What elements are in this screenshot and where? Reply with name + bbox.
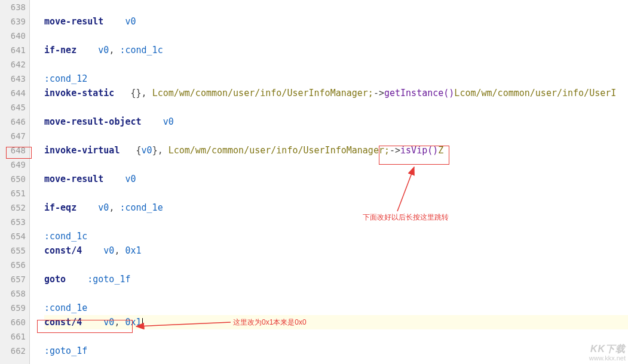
opcode: invoke-static [44, 88, 114, 98]
code-line [44, 0, 628, 14]
code-line: :cond_1e [44, 301, 628, 315]
label-def: :cond_12 [44, 73, 87, 84]
line-number: 639 [0, 14, 26, 29]
label-ref: :cond_1e [120, 202, 163, 213]
code-line: :cond_12 [44, 72, 628, 86]
return-type: Z [438, 145, 443, 156]
line-number: 643 [0, 72, 26, 86]
line-number: 655 [0, 243, 26, 258]
code-line [44, 186, 628, 200]
line-number: 659 [0, 301, 26, 315]
label-def: :cond_1e [44, 303, 87, 313]
code-line: move-result v0 [44, 172, 628, 186]
opcode: move-result-object [44, 116, 142, 127]
opcode: if-eqz [44, 202, 76, 213]
code-line: const/4 v0, 0x1 [44, 243, 628, 258]
register: v0 [98, 45, 109, 55]
braces: {} [131, 88, 142, 98]
line-number: 648 [0, 143, 26, 158]
code-line [44, 329, 628, 344]
label-ref: :goto_1f [87, 274, 130, 285]
label-def: :goto_1f [44, 346, 87, 356]
method-ref: getInstance() [384, 88, 454, 98]
code-line: invoke-static {}, Lcom/wm/common/user/in… [44, 86, 628, 100]
type-ref: Lcom/wm/common/user/info/UserInfoManager… [169, 145, 390, 156]
register: v0 [103, 245, 114, 256]
annotation-text-2: 这里改为0x1本来是0x0 [233, 317, 307, 328]
method-ref: isVip() [400, 145, 438, 156]
line-number: 644 [0, 86, 26, 100]
opcode: const/4 [44, 317, 82, 328]
watermark: KK下载 www.kkx.net [589, 344, 626, 362]
code-line: if-nez v0, :cond_1c [44, 43, 628, 57]
opcode: goto [44, 274, 66, 285]
code-line [44, 215, 628, 229]
register: v0 [142, 145, 152, 156]
opcode: invoke-virtual [44, 145, 120, 156]
text-cursor [142, 318, 143, 328]
code-editor: 638 639 640 641 642 643 644 645 646 647 … [0, 0, 628, 364]
line-number: 651 [0, 186, 26, 200]
line-number: 641 [0, 43, 26, 57]
code-line: :cond_1c [44, 229, 628, 243]
line-number: 657 [0, 272, 26, 286]
line-number: 658 [0, 286, 26, 301]
code-line [44, 100, 628, 115]
line-number: 649 [0, 158, 26, 172]
line-number: 652 [0, 200, 26, 215]
register: v0 [98, 202, 109, 213]
code-line: :goto_1f [44, 344, 628, 358]
opcode: move-result [44, 16, 103, 27]
register: v0 [163, 116, 174, 127]
watermark-brand: KK下载 [589, 344, 626, 354]
register: v0 [125, 174, 136, 184]
code-line: move-result v0 [44, 14, 628, 29]
line-number: 645 [0, 100, 26, 115]
line-number: 661 [0, 329, 26, 344]
code-line [44, 286, 628, 301]
literal: 0x1 [125, 317, 141, 328]
code-line: if-eqz v0, :cond_1e [44, 200, 628, 215]
line-number-gutter: 638 639 640 641 642 643 644 645 646 647 … [0, 0, 30, 364]
label-def: :cond_1c [44, 231, 87, 242]
line-number: 653 [0, 215, 26, 229]
type-ref: Lcom/wm/common/user/info/UserInfoManager… [152, 88, 373, 98]
label-ref: :cond_1c [120, 45, 163, 55]
code-line [44, 129, 628, 143]
code-line [44, 258, 628, 272]
watermark-url: www.kkx.net [589, 354, 626, 362]
line-number: 646 [0, 115, 26, 129]
line-number: 654 [0, 229, 26, 243]
line-number: 642 [0, 57, 26, 72]
code-line [44, 57, 628, 72]
annotation-text-1: 下面改好以后长按这里跳转 [363, 212, 449, 223]
line-number: 647 [0, 129, 26, 143]
code-line: goto :goto_1f [44, 272, 628, 286]
line-number: 656 [0, 258, 26, 272]
line-number: 660 [0, 315, 26, 329]
code-line: move-result-object v0 [44, 115, 628, 129]
code-line-active: const/4 v0, 0x1 [44, 315, 628, 329]
code-line: invoke-virtual {v0}, Lcom/wm/common/user… [44, 143, 628, 158]
code-line [44, 29, 628, 43]
register: v0 [103, 317, 114, 328]
opcode: if-nez [44, 45, 76, 55]
register: v0 [125, 16, 136, 27]
line-number: 638 [0, 0, 26, 14]
line-number: 640 [0, 29, 26, 43]
line-number: 662 [0, 344, 26, 358]
literal: 0x1 [125, 245, 141, 256]
opcode: move-result [44, 174, 103, 184]
code-area[interactable]: move-result v0 if-nez v0, :cond_1c :cond… [30, 0, 628, 364]
opcode: const/4 [44, 245, 82, 256]
code-line [44, 158, 628, 172]
type-ref: Lcom/wm/common/user/info/UserI [454, 88, 616, 98]
line-number: 650 [0, 172, 26, 186]
